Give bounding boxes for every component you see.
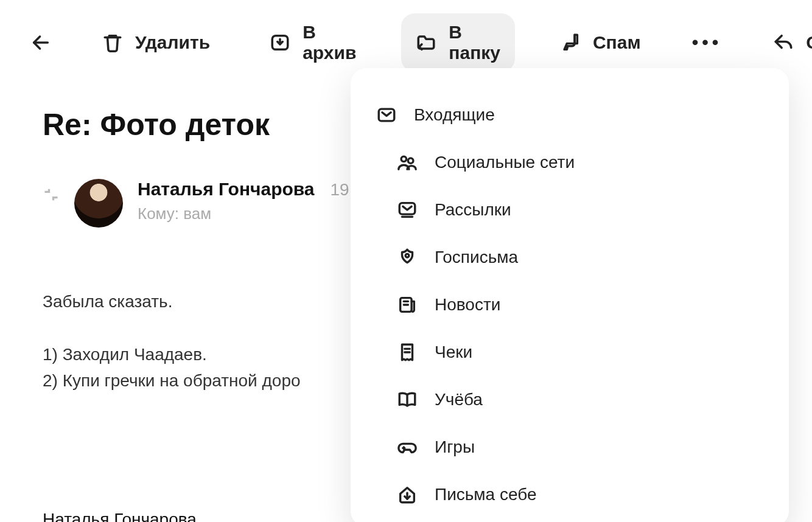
folder-label: Входящие (414, 105, 495, 125)
folder-item-self[interactable]: Письма себе (351, 471, 789, 518)
folder-label: Письма себе (435, 485, 537, 504)
delete-button[interactable]: Удалить (88, 24, 225, 61)
body-line: Забыла сказать. (43, 288, 383, 315)
inbox-icon (376, 105, 397, 125)
arrow-left-icon (30, 32, 51, 53)
svg-point-5 (408, 158, 413, 164)
folder-item-gov[interactable]: Госписьма (351, 234, 789, 281)
newsletter-icon (397, 200, 418, 220)
reply-label: Ответить (806, 32, 812, 53)
book-icon (397, 389, 418, 410)
trash-icon (102, 32, 123, 53)
folder-move-icon (416, 32, 436, 53)
archive-label: В архив (303, 22, 356, 63)
reply-button[interactable]: Ответить (758, 24, 812, 61)
more-icon: ••• (692, 32, 723, 53)
sender-text: Наталья Гончарова 19 де Кому: вам (138, 179, 373, 223)
folder-item-lists[interactable]: Рассылки (351, 186, 789, 234)
folder-label: Игры (435, 437, 475, 457)
receipt-icon (397, 342, 418, 363)
folder-dropdown: Входящие Социальные сети Рассылки Госпис… (351, 68, 789, 522)
spam-label: Спам (593, 32, 641, 53)
folder-item-inbox[interactable]: Входящие (351, 91, 789, 139)
news-icon (397, 294, 418, 315)
thread-arrows-icon (43, 186, 60, 206)
body-line: 2) Купи гречки на обратной доро (43, 367, 383, 394)
mail-body: Забыла сказать. 1) Заходил Чаадаев. 2) К… (43, 288, 383, 394)
back-button[interactable] (24, 24, 57, 61)
gov-icon (397, 247, 418, 268)
body-line: 1) Заходил Чаадаев. (43, 341, 383, 367)
svg-point-8 (405, 254, 409, 257)
move-to-folder-button[interactable]: В папку (401, 13, 515, 72)
thumbs-down-icon (560, 32, 581, 53)
gamepad-icon (397, 437, 418, 458)
to-line: Кому: вам (138, 204, 373, 223)
folder-item-games[interactable]: Игры (351, 423, 789, 471)
folder-label: Новости (435, 295, 500, 315)
home-mail-icon (397, 484, 418, 505)
svg-point-4 (401, 156, 407, 162)
folder-label: Рассылки (435, 200, 511, 220)
folder-item-receipts[interactable]: Чеки (351, 329, 789, 376)
folder-label: Учёба (435, 390, 483, 409)
folder-label: Госписьма (435, 248, 518, 267)
archive-button[interactable]: В архив (255, 13, 371, 72)
spam-button[interactable]: Спам (545, 24, 656, 61)
more-button[interactable]: ••• (686, 24, 729, 61)
avatar[interactable] (74, 179, 123, 228)
delete-label: Удалить (135, 32, 210, 53)
folder-label: Социальные сети (435, 153, 575, 172)
folder-label: Чеки (435, 343, 472, 362)
folder-item-news[interactable]: Новости (351, 281, 789, 329)
people-icon (397, 152, 418, 173)
folder-item-social[interactable]: Социальные сети (351, 139, 789, 186)
folder-item-study[interactable]: Учёба (351, 376, 789, 423)
reply-icon (773, 32, 794, 53)
archive-icon (270, 32, 290, 53)
sender-name[interactable]: Наталья Гончарова (138, 179, 315, 200)
folder-label: В папку (449, 22, 500, 63)
